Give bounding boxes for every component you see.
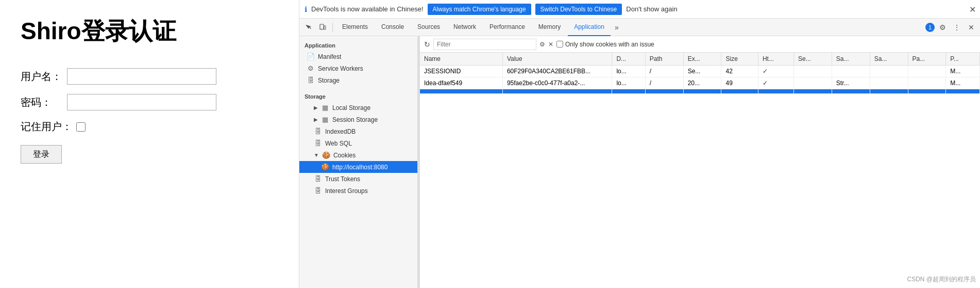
sidebar-item-cookies-label: Cookies (333, 152, 356, 159)
toolbar-divider-1 (332, 23, 333, 32)
sidebar-item-cookies-localhost[interactable]: 🍪 http://localhost:8080 (299, 161, 417, 173)
sidebar-item-trust-tokens-label: Trust Tokens (325, 175, 360, 183)
username-input[interactable] (67, 68, 216, 85)
cell-name (420, 89, 502, 94)
filter-input[interactable] (433, 39, 536, 50)
remember-label: 记住用户： (21, 120, 72, 134)
sidebar-item-storage-top-label: Storage (318, 77, 340, 84)
cell-secure (794, 77, 832, 89)
cell-httponly: ✓ (758, 77, 793, 89)
dont-show-again-link[interactable]: Don't show again (626, 5, 677, 13)
cell-domain (612, 89, 645, 94)
cell-samesite2 (870, 66, 908, 77)
notification-badge: 1 (925, 23, 935, 32)
more-options-button[interactable]: ⋮ (950, 21, 964, 34)
cell-samesite2 (870, 77, 908, 89)
table-row-selected[interactable] (420, 89, 980, 94)
password-label: 密码： (21, 95, 67, 109)
settings-button[interactable]: ⚙ (936, 21, 949, 34)
filter-bar: ↻ ⚙ ✕ Only show cookies with an issue (420, 36, 980, 53)
main-content: ↻ ⚙ ✕ Only show cookies with an issue Na… (420, 36, 980, 288)
local-storage-icon: ▦ (321, 104, 329, 111)
remember-checkbox[interactable] (76, 122, 86, 132)
table-row[interactable]: JSESSIONID 60F29F0A340CA2BE61FBB... lo..… (420, 66, 980, 77)
table-body: JSESSIONID 60F29F0A340CA2BE61FBB... lo..… (420, 66, 980, 94)
inspect-element-button[interactable] (301, 21, 315, 34)
col-size: Size (721, 53, 758, 66)
devtools-panel: ℹ DevTools is now available in Chinese! … (299, 0, 980, 288)
cell-path (645, 89, 683, 94)
filter-settings-icon[interactable]: ⚙ (539, 41, 545, 48)
tab-sources[interactable]: Sources (411, 19, 446, 36)
devtools-body: Application 📄 Manifest ⚙ Service Workers… (299, 36, 980, 288)
filter-checkbox-text: Only show cookies with an issue (565, 41, 654, 48)
svg-point-2 (322, 28, 322, 29)
cell-secure (794, 89, 832, 94)
close-devtools-button[interactable]: ✕ (965, 21, 978, 34)
cell-partition (908, 77, 946, 89)
filter-checkbox-label[interactable]: Only show cookies with an issue (556, 41, 654, 48)
sidebar-item-manifest[interactable]: 📄 Manifest (299, 51, 417, 62)
cell-partition (908, 89, 946, 94)
cell-path: / (645, 66, 683, 77)
cell-samesite1 (832, 89, 870, 94)
password-input[interactable] (67, 94, 216, 110)
svg-rect-1 (324, 26, 326, 29)
login-button[interactable]: 登录 (21, 145, 62, 164)
tab-network[interactable]: Network (447, 19, 482, 36)
sidebar-item-session-storage-label: Session Storage (332, 116, 378, 123)
cell-value (502, 89, 612, 94)
cursor-icon (305, 24, 312, 31)
table-row[interactable]: Idea-dfaef549 95fae2be-c0c0-477f-a0a2-..… (420, 77, 980, 89)
sidebar-item-storage-top[interactable]: 🗄 Storage (299, 74, 417, 86)
sidebar-item-web-sql-label: Web SQL (325, 140, 352, 147)
filter-clear-button[interactable]: ✕ (548, 41, 553, 48)
more-tabs-button[interactable]: » (612, 23, 622, 31)
storage-top-icon: 🗄 (307, 76, 315, 84)
cell-priority: M... (946, 77, 980, 89)
cell-domain: lo... (612, 66, 645, 77)
sidebar-item-web-sql[interactable]: 🗄 Web SQL (299, 137, 417, 149)
switch-to-chinese-button[interactable]: Switch DevTools to Chinese (535, 4, 622, 15)
sidebar-item-trust-tokens[interactable]: 🗄 Trust Tokens (299, 173, 417, 185)
trust-tokens-icon: 🗄 (314, 175, 322, 183)
cell-partition (908, 66, 946, 77)
cell-domain: lo... (612, 77, 645, 89)
tab-memory[interactable]: Memory (532, 19, 567, 36)
cookies-arrow (314, 152, 319, 158)
tab-console[interactable]: Console (375, 19, 410, 36)
sidebar-item-service-workers[interactable]: ⚙ Service Workers (299, 62, 417, 74)
refresh-button[interactable]: ↻ (424, 40, 430, 49)
devtools-toolbar: Elements Console Sources Network Perform… (299, 19, 980, 36)
col-domain: D... (612, 53, 645, 66)
sidebar-item-interest-groups[interactable]: 🗄 Interest Groups (299, 185, 417, 197)
cell-expires: 20... (683, 77, 721, 89)
filter-checkbox[interactable] (556, 41, 563, 47)
match-language-button[interactable]: Always match Chrome's language (428, 4, 531, 15)
sidebar-item-local-storage-label: Local Storage (332, 104, 370, 111)
session-storage-icon: ▦ (321, 116, 329, 123)
sidebar-item-service-workers-label: Service Workers (318, 65, 363, 72)
sidebar-item-interest-groups-label: Interest Groups (325, 187, 368, 195)
tab-elements[interactable]: Elements (336, 19, 374, 36)
notification-bar: ℹ DevTools is now available in Chinese! … (299, 0, 980, 19)
notification-close-button[interactable]: ✕ (969, 4, 976, 14)
cell-httponly: ✓ (758, 66, 793, 77)
sidebar-item-local-storage[interactable]: ▦ Local Storage (299, 102, 417, 114)
cell-path: / (645, 77, 683, 89)
sidebar-item-session-storage[interactable]: ▦ Session Storage (299, 114, 417, 125)
cell-priority (946, 89, 980, 94)
cell-name: JSESSIONID (420, 66, 502, 77)
sidebar-item-indexeddb[interactable]: 🗄 IndexedDB (299, 125, 417, 137)
sidebar-item-cookies[interactable]: 🍪 Cookies (299, 149, 417, 161)
device-toolbar-button[interactable] (316, 21, 329, 34)
cookies-localhost-icon: 🍪 (321, 163, 329, 171)
cell-size (721, 89, 758, 94)
cell-size: 49 (721, 77, 758, 89)
cell-priority: M... (946, 66, 980, 77)
cell-samesite2 (870, 89, 908, 94)
cell-expires: Se... (683, 66, 721, 77)
tab-application[interactable]: Application (568, 19, 611, 36)
tab-performance[interactable]: Performance (483, 19, 531, 36)
col-httponly: Ht... (758, 53, 793, 66)
